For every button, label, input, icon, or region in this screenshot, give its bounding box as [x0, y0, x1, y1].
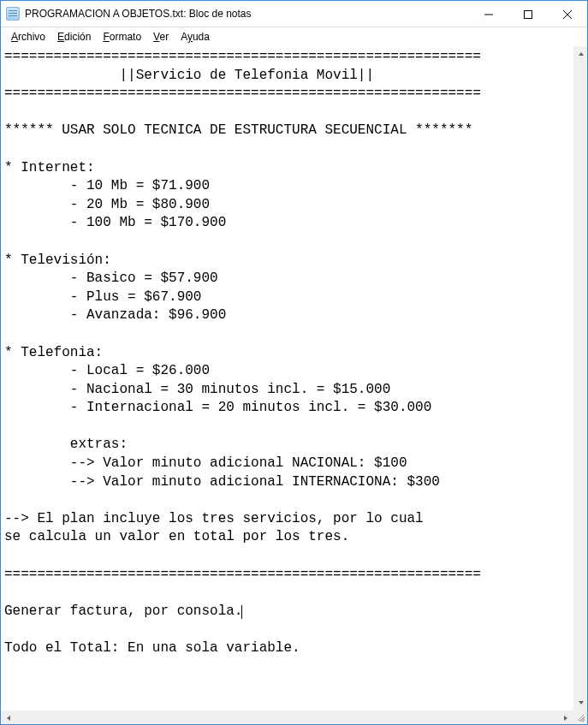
menu-ver[interactable]: Ver: [148, 30, 174, 44]
svg-rect-1: [525, 10, 532, 18]
svg-marker-5: [579, 701, 584, 704]
window-controls: [469, 1, 587, 27]
menu-formato[interactable]: Formato: [98, 30, 146, 44]
maximize-button[interactable]: [508, 1, 548, 27]
menubar: Archivo Edición Formato Ver Ayuda: [1, 27, 587, 46]
minimize-button[interactable]: [469, 1, 508, 27]
titlebar: PROGRAMACION A OBJETOS.txt: Bloc de nota…: [1, 1, 587, 27]
notepad-icon: [6, 7, 20, 21]
scroll-right-button[interactable]: [558, 710, 573, 724]
vscroll-track[interactable]: [573, 61, 587, 695]
scroll-up-button[interactable]: [573, 46, 587, 61]
menu-edicion[interactable]: Edición: [52, 30, 96, 44]
text-editor[interactable]: ========================================…: [1, 46, 573, 710]
menu-archivo[interactable]: Archivo: [6, 30, 50, 44]
window-title: PROGRAMACION A OBJETOS.txt: Bloc de nota…: [25, 8, 469, 20]
scroll-down-button[interactable]: [573, 695, 587, 710]
close-button[interactable]: [548, 1, 587, 27]
hscroll-track[interactable]: [15, 710, 558, 724]
resize-grip-icon[interactable]: [573, 710, 587, 724]
text-caret: [241, 605, 242, 619]
horizontal-scrollbar[interactable]: [1, 710, 573, 724]
svg-marker-4: [579, 52, 584, 56]
scroll-left-button[interactable]: [1, 710, 15, 724]
svg-marker-6: [7, 716, 10, 721]
vertical-scrollbar[interactable]: [573, 46, 587, 710]
svg-marker-7: [564, 716, 567, 721]
menu-ayuda[interactable]: Ayuda: [175, 30, 215, 44]
